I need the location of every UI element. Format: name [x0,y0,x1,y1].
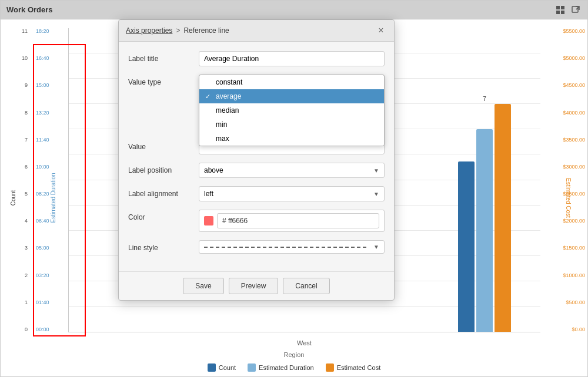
legend-duration: Estimated Duration [248,363,314,372]
modal-body: Label title Value type constant [119,42,394,271]
cost-bar [495,104,511,332]
value-type-row: Value type constant ✓ average [128,75,385,86]
chevron-down-icon-2: ▼ [373,191,379,197]
option-average[interactable]: ✓ average [199,89,384,103]
estimated-cost-axis-label: Estimated Cost [566,178,572,218]
svg-rect-1 [561,6,564,9]
legend-cost-label: Estimated Cost [337,364,381,371]
cancel-button[interactable]: Cancel [283,278,329,294]
label-title-control [199,51,385,66]
legend-cost-color [326,363,334,372]
svg-rect-2 [556,11,560,14]
breadcrumb-separator: > [176,26,180,35]
legend-count-label: Count [219,364,236,371]
preview-button[interactable]: Preview [229,278,279,294]
color-input-row[interactable] [199,210,385,232]
color-swatch[interactable] [204,216,213,225]
duration-bar [476,129,493,332]
label-alignment-row: Label alignment left ▼ [128,186,385,201]
label-position-row: Label position above ▼ [128,163,385,178]
title-bar-icons [554,4,582,16]
line-style-label: Line style [128,240,199,252]
grid-icon[interactable] [554,4,566,16]
legend-count-color [208,363,216,372]
external-icon[interactable] [570,4,582,16]
option-max[interactable]: max [199,132,384,146]
label-alignment-value: left [204,190,213,198]
west-bar-group: 7 [458,96,511,332]
dashed-line-preview [204,247,369,248]
chevron-down-icon-3: ▼ [373,244,379,250]
svg-rect-0 [556,6,560,9]
modal-footer: Save Preview Cancel [119,271,394,300]
label-position-dropdown[interactable]: above ▼ [199,163,385,178]
label-alignment-label: Label alignment [128,186,199,198]
main-window: Work Orders Count 0 1 [0,0,588,377]
legend-duration-label: Estimated Duration [259,364,314,371]
modal-header: Axis properties > Reference line × [119,20,394,42]
bar-group-bars [458,104,511,332]
svg-rect-3 [561,11,564,14]
label-position-value: above [204,166,223,174]
label-alignment-dropdown[interactable]: left ▼ [199,186,385,201]
title-bar: Work Orders [1,1,587,19]
region-label: Region [1,351,587,359]
breadcrumb-axis-properties[interactable]: Axis properties [126,26,172,35]
value-label: Value [128,139,199,151]
line-style-dropdown[interactable]: ▼ [199,240,385,254]
window-title: Work Orders [6,5,53,14]
legend-duration-color [248,363,256,372]
line-style-control: ▼ [199,240,385,254]
value-type-dropdown[interactable]: constant ✓ average median min [199,75,385,146]
legend-count: Count [208,363,236,372]
value-type-label: Value type [128,75,199,86]
chevron-down-icon: ▼ [373,167,379,174]
label-position-control: above ▼ [199,163,385,178]
label-title-row: Label title [128,51,385,66]
red-selection-box [33,44,86,336]
close-button[interactable]: × [375,25,387,36]
legend: Count Estimated Duration Estimated Cost [1,363,587,372]
count-axis-label: Count [10,190,16,206]
label-title-label: Label title [128,51,199,63]
west-x-label: West [68,339,540,347]
option-min[interactable]: min [199,117,384,132]
line-style-row: Line style ▼ [128,240,385,254]
color-control [199,210,385,232]
count-bar [458,161,475,332]
modal-breadcrumb: Axis properties > Reference line [126,26,229,35]
color-row: Color [128,210,385,232]
color-hex-input[interactable] [217,213,379,228]
save-button[interactable]: Save [183,278,223,294]
reference-line-modal: Axis properties > Reference line × Label… [118,19,395,301]
svg-rect-4 [572,6,578,12]
legend-cost: Estimated Cost [326,363,381,372]
option-median[interactable]: median [199,103,384,117]
breadcrumb-reference-line: Reference line [183,26,229,35]
label-title-input[interactable] [199,51,385,66]
color-label: Color [128,210,199,221]
bar-count-label: 7 [483,96,486,102]
label-position-label: Label position [128,163,199,174]
option-constant[interactable]: constant [199,75,384,89]
label-alignment-control: left ▼ [199,186,385,201]
count-ticks: 0 1 2 3 4 5 6 7 8 9 10 11 [17,28,28,332]
